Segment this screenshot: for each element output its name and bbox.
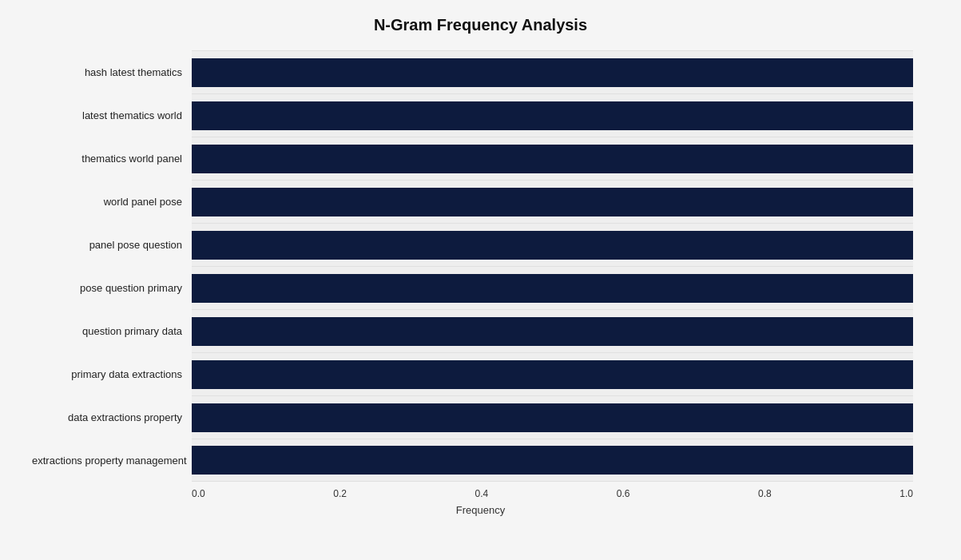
x-axis: 0.00.20.40.60.81.0 xyxy=(192,488,913,499)
bar-label: panel pose question xyxy=(32,239,192,251)
x-tick: 1.0 xyxy=(899,488,913,499)
bar-wrapper xyxy=(192,396,913,439)
bar xyxy=(192,317,913,346)
bar xyxy=(192,101,913,130)
bar xyxy=(192,360,913,389)
bar-label: latest thematics world xyxy=(32,109,192,121)
bar-row: data extractions property xyxy=(192,395,913,439)
bar-wrapper xyxy=(192,51,913,93)
bar-label: pose question primary xyxy=(32,282,192,294)
bar xyxy=(192,446,913,475)
bar-row: question primary data xyxy=(192,309,913,352)
x-tick: 0.2 xyxy=(333,488,347,499)
x-axis-label: Frequency xyxy=(32,504,929,516)
bar-row: pose question primary xyxy=(192,266,913,309)
bar xyxy=(192,145,913,173)
bar-label: question primary data xyxy=(32,325,192,337)
bar-row: panel pose question xyxy=(192,223,913,266)
bar-label: hash latest thematics xyxy=(32,66,192,78)
bar-label: thematics world panel xyxy=(32,153,192,165)
bar-wrapper xyxy=(192,353,913,395)
chart-title: N-Gram Frequency Analysis xyxy=(32,16,929,34)
bar-label: data extractions property xyxy=(32,411,192,423)
bar-row: hash latest thematics xyxy=(192,50,913,93)
bar-wrapper xyxy=(192,137,913,180)
bar xyxy=(192,188,913,216)
bar-wrapper xyxy=(192,267,913,309)
bar-label: world panel pose xyxy=(32,196,192,208)
bar-row: latest thematics world xyxy=(192,93,913,137)
x-tick: 0.8 xyxy=(758,488,772,499)
bar-row: thematics world panel xyxy=(192,137,913,180)
x-tick: 0.0 xyxy=(192,488,205,499)
bar-wrapper xyxy=(192,181,913,223)
bar-row: extractions property management xyxy=(192,439,913,482)
x-tick: 0.4 xyxy=(475,488,489,499)
chart-area: hash latest thematicslatest thematics wo… xyxy=(192,50,913,482)
chart-container: N-Gram Frequency Analysis hash latest th… xyxy=(0,0,961,560)
bar-wrapper xyxy=(192,439,913,481)
bar xyxy=(192,403,913,432)
bar xyxy=(192,58,913,87)
bar xyxy=(192,231,913,260)
bar-wrapper xyxy=(192,224,913,266)
bar xyxy=(192,274,913,303)
bar-label: primary data extractions xyxy=(32,368,192,380)
bar-wrapper xyxy=(192,310,913,352)
bar-row: primary data extractions xyxy=(192,352,913,395)
bar-row: world panel pose xyxy=(192,180,913,223)
bar-label: extractions property management xyxy=(32,455,192,467)
x-tick: 0.6 xyxy=(617,488,630,499)
bar-wrapper xyxy=(192,94,913,137)
